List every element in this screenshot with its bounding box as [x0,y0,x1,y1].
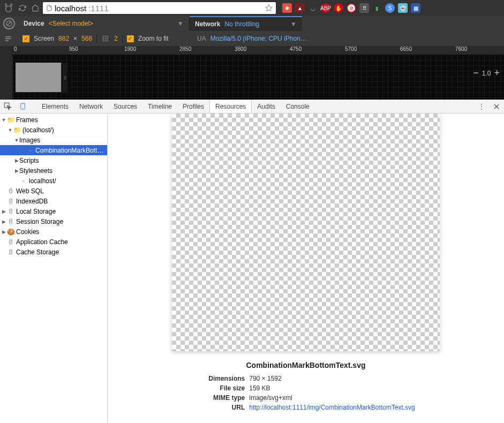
device-toolbar: Device <Select model> ▼ Network No throt… [0,16,504,46]
meta-label: MIME type [197,393,245,403]
tree-cachestorage[interactable]: 🛢Cache Storage [0,247,107,257]
ruler-tick: 4750 [290,46,302,52]
svg-rect-4 [5,36,11,37]
ruler-tick: 950 [69,46,78,52]
extension-icons: ✱ ▲ ◡ ABP ✋ ⊘ ⠿ ▮ S 👻 ▦ [282,3,420,13]
ext-icon[interactable]: ▦ [411,3,420,13]
drawer-icon[interactable] [3,35,13,42]
ruler-tick: 2850 [179,46,191,52]
zoom-controls: − 1.0 + [473,67,500,79]
star-icon[interactable] [265,4,273,12]
svg-line-3 [7,22,11,26]
close-icon[interactable] [489,100,504,113]
ext-icon[interactable]: ⊘ [347,3,356,13]
screen-height[interactable]: 568 [81,35,92,42]
chevron-down-icon[interactable]: ▼ [290,20,297,28]
svg-rect-10 [20,103,25,109]
resize-handle[interactable] [62,63,67,92]
tree-frames[interactable]: 📁Frames [0,115,107,125]
url-port: :1111 [88,4,109,13]
more-icon[interactable]: ⋮ [474,100,489,113]
tab-resources[interactable]: Resources [209,100,252,113]
zoom-fit-label: Zoom to fit [138,35,169,42]
device-model-select[interactable]: <Select model> [49,20,93,27]
ext-icon[interactable]: 👻 [398,3,408,13]
tree-sessionstorage[interactable]: 🛢Session Storage [0,216,107,226]
meta-label: File size [197,383,245,393]
ruler-tick: 1900 [124,46,136,52]
tab-profiles[interactable]: Profiles [177,100,209,113]
app-icon [2,2,15,14]
devtools-tabbar: Elements Network Sources Timeline Profil… [0,100,504,114]
screen-label: Screen [34,35,54,42]
dpr-value[interactable]: 2 [114,35,118,42]
svg-rect-7 [103,36,108,41]
device-label: Device [24,20,44,27]
tree-appcache[interactable]: 🛢Application Cache [0,237,107,247]
ext-icon[interactable]: ▮ [372,3,382,13]
horizontal-ruler: 0 950 1900 2850 3800 4750 5700 6650 7600 [13,46,504,55]
chevron-down-icon[interactable]: ▼ [177,20,184,27]
meta-value: 790 × 1592 [249,374,281,383]
ext-icon[interactable]: ABP [321,3,330,13]
meta-label: Dimensions [197,374,245,383]
tree-images[interactable]: Images [0,135,107,145]
tree-stylesheets[interactable]: Stylesheets [0,165,107,176]
screen-width[interactable]: 882 [58,35,69,42]
page-icon [46,5,52,11]
svg-marker-1 [266,5,272,11]
url-bar[interactable]: localhost:1111 [43,2,276,14]
ruler-tick: 3800 [235,46,246,52]
ext-icon[interactable]: ⠿ [359,3,369,13]
inspect-icon[interactable] [0,100,15,113]
meta-value: 159 KB [249,383,270,393]
tab-network[interactable]: Network [74,100,108,113]
screen-checkbox[interactable]: ✓ [22,35,29,42]
resources-sidebar: 📁Frames 📁(localhost/) Images ▫Combinatio… [0,114,108,423]
ruler-tick: 6650 [400,46,412,52]
url-host: localhost [55,4,86,13]
tab-sources[interactable]: Sources [108,100,142,113]
preview-filename: CombinationMarkBottomText.svg [246,361,366,369]
reload-icon[interactable] [17,3,28,13]
svg-rect-5 [5,38,11,39]
zoom-checkbox[interactable]: ✓ [127,35,134,42]
tab-console[interactable]: Console [281,100,315,113]
ext-icon[interactable]: S [385,3,395,13]
ua-label: UA [197,35,206,42]
emulated-screen[interactable] [16,63,61,92]
meta-value: image/svg+xml [249,393,292,403]
tree-scripts[interactable]: Scripts [0,155,107,165]
tree-indexeddb[interactable]: 🛢IndexedDB [0,196,107,206]
browser-chrome: localhost:1111 ✱ ▲ ◡ ABP ✋ ⊘ ⠿ ▮ S 👻 ▦ [0,0,504,16]
meta-url-link[interactable]: http://localhost:1111/img/CombinationMar… [249,403,415,412]
device-mode-icon[interactable] [15,100,30,113]
device-viewport: 0 950 1900 2850 3800 4750 5700 6650 7600… [0,46,504,100]
zoom-in-button[interactable]: + [494,67,500,79]
ext-icon[interactable]: ◡ [308,3,318,13]
svg-rect-6 [5,40,9,41]
ua-value[interactable]: Mozilla/5.0 (iPhone; CPU iPhon… [210,35,307,42]
zoom-out-button[interactable]: − [473,67,479,79]
meta-label: URL [197,403,245,412]
tree-localhost[interactable]: 📁(localhost/) [0,125,107,135]
cancel-emulation-icon[interactable] [3,18,15,29]
tree-websql[interactable]: 🛢Web SQL [0,186,107,196]
throttling-select[interactable]: No throttling [224,20,259,28]
resource-preview: CombinationMarkBottomText.svg Dimensions… [108,114,504,423]
tree-localhost-file[interactable]: ▫localhost/ [0,176,107,186]
tab-timeline[interactable]: Timeline [142,100,177,113]
ext-icon[interactable]: ✱ [282,3,292,13]
preview-metadata: Dimensions790 × 1592 File size159 KB MIM… [197,374,415,412]
tree-cookies[interactable]: 🍪Cookies [0,226,107,237]
tab-audits[interactable]: Audits [252,100,280,113]
svg-point-8 [105,38,107,40]
ext-icon[interactable]: ▲ [295,3,305,13]
devtools-body: 📁Frames 📁(localhost/) Images ▫Combinatio… [0,114,504,423]
home-icon[interactable] [30,3,41,13]
tab-elements[interactable]: Elements [36,100,74,113]
dpr-icon [101,35,110,42]
tree-localstorage[interactable]: 🛢Local Storage [0,206,107,216]
ext-icon[interactable]: ✋ [334,3,343,13]
tree-file-selected[interactable]: ▫CombinationMarkBott… [0,145,107,155]
